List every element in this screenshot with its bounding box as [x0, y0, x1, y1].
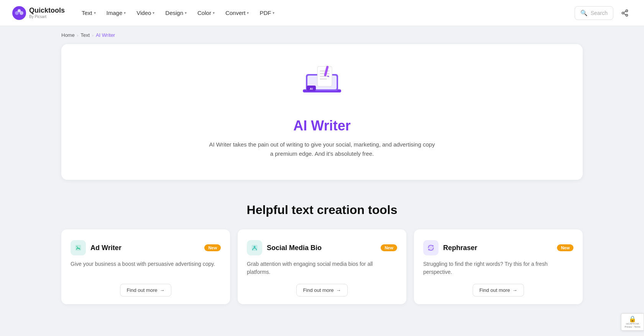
social-bio-icon-wrap [247, 240, 262, 255]
svg-line-7 [624, 13, 626, 15]
logo-icon [12, 6, 26, 20]
chevron-down-icon: ▾ [247, 11, 249, 15]
social-bio-find-out-button[interactable]: Find out more → [296, 284, 347, 296]
social-bio-icon [251, 244, 258, 252]
svg-point-6 [626, 14, 628, 16]
rephraser-find-out-button[interactable]: Find out more → [473, 284, 524, 296]
chevron-down-icon: ▾ [185, 11, 187, 15]
svg-text:AI: AI [310, 87, 313, 91]
ad-writer-find-out-button[interactable]: Find out more → [120, 284, 171, 296]
svg-point-0 [12, 6, 26, 20]
nav-right: 🔍 Search [575, 6, 632, 20]
breadcrumb-text[interactable]: Text [80, 32, 90, 38]
tool-card-social-media-bio: Social Media Bio New Grab attention with… [238, 229, 406, 304]
rephraser-icon [427, 244, 435, 252]
breadcrumb-sep-2: › [92, 33, 94, 38]
nav-item-video[interactable]: Video ▾ [132, 7, 159, 19]
hero-section: AI AI Writer AI Writer takes the pain ou… [0, 44, 644, 195]
ad-writer-name: Ad Writer [90, 244, 122, 252]
hero-card: AI AI Writer AI Writer takes the pain ou… [61, 44, 583, 180]
nav-item-design[interactable]: Design ▾ [161, 7, 191, 19]
breadcrumb: Home › Text › AI Writer [0, 26, 644, 44]
social-bio-name: Social Media Bio [267, 244, 322, 252]
logo-by-picsart: By Picsart [29, 15, 65, 19]
chevron-down-icon: ▾ [153, 11, 154, 15]
search-placeholder: Search [591, 10, 608, 16]
navbar: Quicktools By Picsart Text ▾ Image ▾ Vid… [0, 0, 644, 26]
nav-item-image[interactable]: Image ▾ [102, 7, 131, 19]
chevron-down-icon: ▾ [94, 11, 96, 15]
arrow-right-icon: → [336, 287, 341, 293]
search-box[interactable]: 🔍 Search [575, 6, 613, 20]
logo-quicktools: Quicktools [29, 7, 65, 15]
hero-illustration: AI [299, 63, 345, 109]
ad-writer-badge: New [204, 244, 221, 251]
svg-point-24 [254, 246, 256, 248]
rephraser-desc: Struggling to find the right words? Try … [423, 260, 573, 276]
hero-description: AI Writer takes the pain out of writing … [207, 140, 437, 158]
rephraser-badge: New [557, 244, 573, 251]
social-bio-desc: Grab attention with engaging social medi… [247, 260, 397, 276]
tools-section-title: Helpful text creation tools [61, 203, 583, 217]
rephraser-icon-wrap [423, 240, 439, 255]
svg-point-5 [622, 12, 624, 14]
svg-point-22 [76, 246, 77, 247]
nav-item-color[interactable]: Color ▾ [193, 7, 219, 19]
breadcrumb-home[interactable]: Home [61, 32, 75, 38]
nav-links: Text ▾ Image ▾ Video ▾ Design ▾ Color ▾ … [77, 7, 575, 19]
search-icon: 🔍 [580, 10, 588, 16]
breadcrumb-current: AI Writer [96, 32, 115, 38]
ad-writer-desc: Give your business a boost with persuasi… [71, 260, 221, 276]
chevron-down-icon: ▾ [213, 11, 215, 15]
svg-point-4 [626, 10, 628, 12]
tool-card-ad-writer: Ad Writer New Give your business a boost… [61, 229, 230, 304]
tools-grid: Ad Writer New Give your business a boost… [61, 229, 583, 304]
tools-section: Helpful text creation tools Ad Writer Ne… [0, 195, 644, 320]
chevron-down-icon: ▾ [273, 11, 274, 15]
breadcrumb-sep-1: › [77, 33, 79, 38]
svg-point-3 [18, 9, 21, 12]
svg-rect-21 [76, 245, 81, 251]
ad-writer-icon [74, 244, 82, 252]
nav-item-text[interactable]: Text ▾ [77, 7, 100, 19]
arrow-right-icon: → [160, 287, 165, 293]
arrow-right-icon: → [513, 287, 518, 293]
hero-title: AI Writer [293, 118, 350, 134]
social-bio-badge: New [381, 244, 397, 251]
svg-line-8 [624, 11, 626, 12]
share-button[interactable] [618, 6, 632, 20]
chevron-down-icon: ▾ [124, 11, 126, 15]
ad-writer-icon-wrap [71, 240, 86, 255]
nav-item-convert[interactable]: Convert ▾ [221, 7, 254, 19]
recaptcha-badge: 🔒 reCAPTCHAPrivacy - Terms [621, 313, 644, 320]
rephraser-name: Rephraser [443, 244, 477, 252]
tool-card-rephraser: Rephraser New Struggling to find the rig… [414, 229, 583, 304]
logo[interactable]: Quicktools By Picsart [12, 6, 65, 20]
share-icon [621, 9, 629, 17]
nav-item-pdf[interactable]: PDF ▾ [255, 7, 279, 19]
